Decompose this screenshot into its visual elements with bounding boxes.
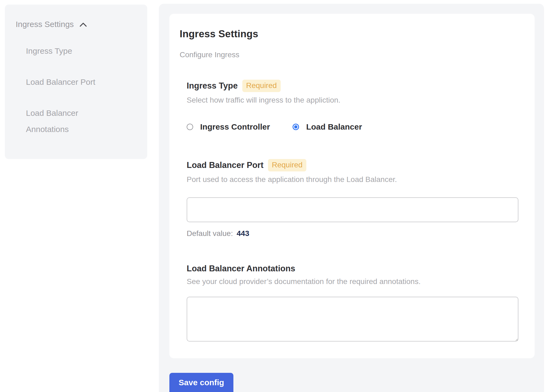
sidebar-group-ingress-settings[interactable]: Ingress Settings	[16, 20, 139, 29]
radio-ingress-controller-circle[interactable]	[187, 124, 193, 130]
page-subtitle: Configure Ingress	[180, 50, 518, 59]
section-load-balancer-annotations: Load Balancer Annotations See your cloud…	[187, 264, 518, 342]
load-balancer-port-input[interactable]	[187, 197, 518, 222]
default-value-label: Default value:	[187, 229, 233, 238]
ingress-settings-card: Ingress Settings Configure Ingress Ingre…	[169, 14, 535, 358]
sidebar-group-label: Ingress Settings	[16, 20, 74, 29]
sidebar-item-ingress-type[interactable]: Ingress Type	[26, 43, 119, 59]
page: Ingress Settings Ingress Type Load Balan…	[0, 0, 550, 392]
ingress-type-description: Select how traffic will ingress to the a…	[187, 96, 518, 104]
radio-load-balancer[interactable]: Load Balancer	[293, 122, 362, 131]
radio-load-balancer-label: Load Balancer	[306, 122, 362, 131]
sidebar-item-load-balancer-annotations[interactable]: Load Balancer Annotations	[26, 105, 119, 137]
load-balancer-port-label: Load Balancer Port	[187, 160, 263, 170]
default-value-row: Default value: 443	[187, 229, 518, 238]
section-ingress-type: Ingress Type Required Select how traffic…	[187, 80, 518, 131]
save-config-button[interactable]: Save config	[169, 373, 233, 392]
section-load-balancer-port: Load Balancer Port Required Port used to…	[187, 159, 518, 238]
settings-nav-sidebar: Ingress Settings Ingress Type Load Balan…	[5, 5, 147, 159]
radio-ingress-controller-label: Ingress Controller	[200, 122, 270, 131]
sidebar-item-load-balancer-port[interactable]: Load Balancer Port	[26, 74, 119, 90]
load-balancer-annotations-description: See your cloud provider’s documentation …	[187, 277, 518, 286]
load-balancer-annotations-textarea[interactable]	[187, 297, 518, 342]
sidebar-sublist: Ingress Type Load Balancer Port Load Bal…	[26, 43, 139, 137]
chevron-up-icon	[79, 22, 87, 28]
radio-load-balancer-circle[interactable]	[293, 124, 299, 130]
load-balancer-annotations-label: Load Balancer Annotations	[187, 264, 295, 273]
load-balancer-port-description: Port used to access the application thro…	[187, 175, 518, 184]
main-panel: Ingress Settings Configure Ingress Ingre…	[159, 4, 544, 392]
ingress-type-label: Ingress Type	[187, 81, 238, 91]
required-badge: Required	[242, 80, 281, 92]
default-value: 443	[237, 229, 249, 238]
required-badge: Required	[268, 159, 306, 171]
ingress-type-radio-group: Ingress Controller Load Balancer	[187, 122, 518, 131]
radio-ingress-controller[interactable]: Ingress Controller	[187, 122, 270, 131]
page-title: Ingress Settings	[180, 28, 518, 40]
